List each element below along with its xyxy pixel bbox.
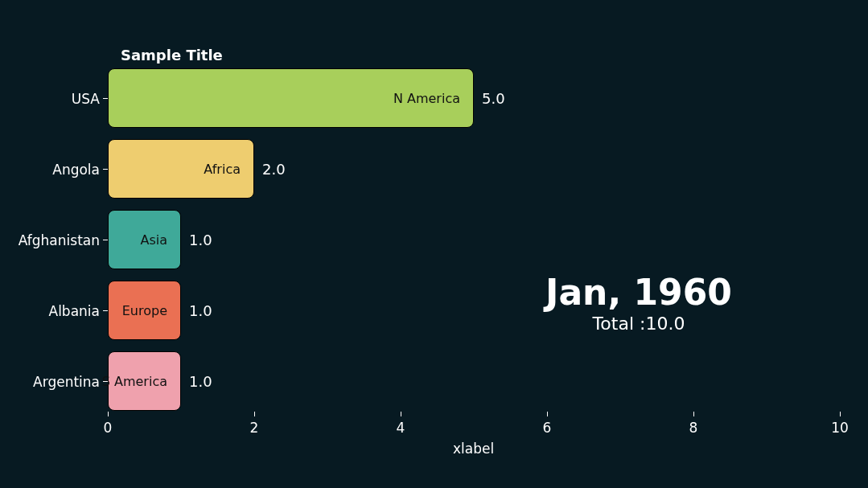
ytick-afghanistan: Afghanistan [3, 232, 100, 248]
ytick-mark [103, 240, 108, 240]
total-label: Total :10.0 [506, 314, 771, 334]
barh-chart: Sample Title N America 5.0 Africa 2.0 As… [0, 0, 868, 488]
ytick-mark [103, 98, 108, 99]
ytick-usa: USA [3, 91, 100, 107]
bar-value-usa: 5.0 [482, 90, 505, 107]
bar-value-angola: 2.0 [262, 161, 286, 178]
bar-label-usa: N America [393, 91, 460, 106]
ytick-mark [103, 381, 108, 382]
plot-area: N America 5.0 Africa 2.0 Asia 1.0 Europe… [108, 66, 840, 412]
xtick-10: 10 [831, 420, 849, 436]
xtick-mark [254, 412, 255, 416]
bar-afghanistan: Asia [108, 210, 181, 269]
bar-argentina: S America [108, 351, 181, 411]
bar-usa: N America [108, 68, 474, 128]
xtick-mark [547, 412, 548, 416]
ytick-albania: Albania [3, 303, 100, 319]
period-label: Jan, 1960 [506, 272, 771, 313]
bar-label-afghanistan: Asia [140, 232, 167, 248]
bar-value-albania: 1.0 [189, 302, 212, 319]
bar-value-argentina: 1.0 [189, 373, 212, 390]
bar-label-angola: Africa [204, 162, 241, 177]
bar-angola: Africa [108, 139, 254, 199]
x-axis-label: xlabel [453, 441, 494, 457]
ytick-angola: Angola [3, 162, 100, 178]
xtick-mark [108, 412, 109, 416]
xtick-mark [693, 412, 694, 416]
chart-title: Sample Title [121, 47, 223, 64]
xtick-8: 8 [689, 420, 698, 436]
bar-value-afghanistan: 1.0 [189, 232, 212, 248]
xtick-0: 0 [104, 420, 113, 436]
bar-label-albania: Europe [122, 303, 167, 318]
ytick-mark [103, 169, 108, 170]
ytick-mark [103, 310, 108, 311]
xtick-2: 2 [250, 420, 259, 436]
xtick-mark [401, 412, 401, 416]
bar-label-argentina: S America [102, 374, 167, 389]
xtick-4: 4 [397, 420, 405, 436]
bar-albania: Europe [108, 281, 181, 340]
xtick-mark [840, 412, 841, 416]
xtick-6: 6 [543, 420, 552, 436]
ytick-argentina: Argentina [3, 374, 100, 390]
